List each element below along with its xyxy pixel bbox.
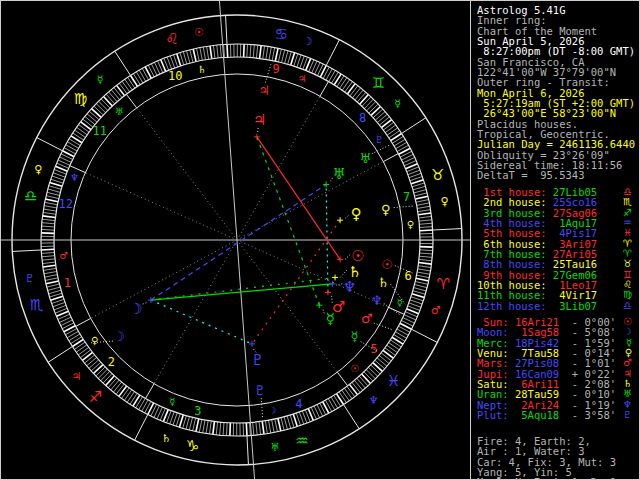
planet-list: Sun: 16Ari21 - 0°00'☉Moon: 1Sag58 - 5°08… xyxy=(477,317,636,420)
chart-header: Astrolog 5.41GInner ring:Chart of the Mo… xyxy=(477,5,636,181)
header-line: DeltaT = 95.5343 xyxy=(477,170,636,180)
house-row: 12th house: 3Lib07♎ xyxy=(477,301,636,311)
zodiac-sign-icon: ♎ xyxy=(623,301,632,311)
planet-row: Plut: 5Aqu18 - 3°58'♇ xyxy=(477,410,636,420)
planet-icon: ♇ xyxy=(623,410,632,420)
panel-divider xyxy=(470,0,471,480)
house-list: 1st house: 27Lib05♎ 2nd house: 25Sco16♏ … xyxy=(477,187,636,311)
astrolog-screen: ♈♂♉♀♊☿♋☽♌☉♍☿♎♀♏♇♐♃♑♄♒♅♓♆1♂2♀3☿4☽5☉6☿7♀8♇… xyxy=(0,0,640,480)
info-panel: Astrolog 5.41GInner ring:Chart of the Mo… xyxy=(473,0,638,480)
element-summary: Fire: 4, Earth: 2,Air : 1, Water: 3Car: … xyxy=(477,436,636,480)
